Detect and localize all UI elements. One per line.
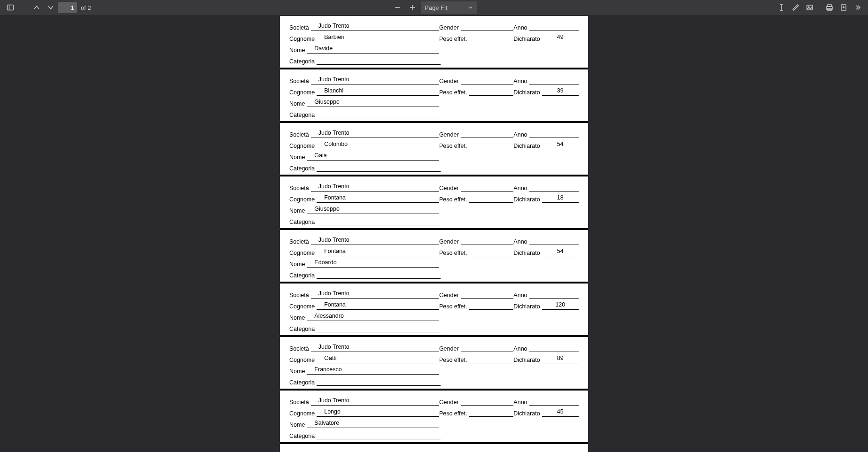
value-gender: [461, 130, 514, 138]
label-dichiarato: Dichiarato: [513, 410, 542, 417]
value-categoria: [317, 324, 441, 332]
value-nome: Giuseppe: [307, 99, 439, 107]
value-cognome: Fontana: [317, 248, 439, 256]
value-categoria: [317, 56, 441, 65]
value-cognome: Longo: [317, 408, 439, 417]
download-button[interactable]: [837, 1, 850, 14]
form-record: SocietàJudo TrentoCognomeGattiNomeFrance…: [280, 337, 588, 391]
svg-rect-0: [8, 5, 14, 10]
label-categoria: Categoria: [289, 219, 317, 225]
label-gender: Gender: [439, 399, 461, 406]
value-anno: [529, 183, 579, 192]
form-record: SocietàJudo TrentoCognomeFontanaNomeEdoa…: [280, 230, 588, 283]
label-gender: Gender: [439, 24, 461, 31]
value-dichiarato: 18: [542, 194, 579, 203]
document-viewport[interactable]: SocietàJudo TrentoCognomeBarbieriNomeDav…: [0, 15, 868, 452]
label-cognome: Cognome: [289, 250, 317, 256]
value-societa: Judo Trento: [311, 290, 439, 299]
draw-tool-button[interactable]: [789, 1, 802, 14]
value-cognome: Gatti: [317, 355, 439, 363]
label-anno: Anno: [513, 238, 529, 245]
pdf-page: SocietàJudo TrentoCognomeBarbieriNomeDav…: [280, 16, 588, 452]
value-peso: [469, 248, 513, 256]
value-gender: [461, 76, 514, 84]
label-anno: Anno: [513, 292, 529, 299]
value-categoria: [317, 163, 441, 172]
value-categoria: [317, 270, 441, 279]
label-anno: Anno: [513, 185, 529, 192]
label-nome: Nome: [289, 47, 307, 54]
label-categoria: Categoria: [289, 58, 317, 65]
value-nome: Alessandro: [307, 313, 439, 321]
label-societa: Società: [289, 131, 311, 138]
label-anno: Anno: [513, 24, 529, 31]
value-anno: [529, 290, 579, 299]
label-nome: Nome: [289, 100, 307, 107]
label-societa: Società: [289, 185, 311, 192]
value-societa: Judo Trento: [311, 76, 439, 84]
value-peso: [469, 408, 513, 417]
label-categoria: Categoria: [289, 165, 317, 172]
value-gender: [461, 344, 514, 352]
value-dichiarato: 45: [542, 408, 579, 417]
label-dichiarato: Dichiarato: [513, 36, 542, 42]
zoom-select[interactable]: Page Fit: [421, 1, 477, 14]
value-peso: [469, 34, 513, 42]
label-cognome: Cognome: [289, 357, 317, 363]
label-cognome: Cognome: [289, 89, 317, 96]
value-cognome: Bianchi: [317, 87, 439, 96]
value-peso: [469, 141, 513, 149]
label-nome: Nome: [289, 421, 307, 428]
value-dichiarato: 120: [542, 301, 579, 310]
value-dichiarato: 49: [542, 34, 579, 42]
value-societa: Judo Trento: [311, 23, 439, 31]
value-peso: [469, 87, 513, 96]
label-categoria: Categoria: [289, 112, 317, 118]
page-number-input[interactable]: [58, 2, 77, 13]
value-nome: Francesco: [307, 366, 439, 375]
value-nome: Salvatore: [307, 420, 439, 428]
value-cognome: Fontana: [317, 301, 439, 310]
label-gender: Gender: [439, 292, 461, 299]
value-anno: [529, 76, 579, 84]
zoom-select-label: Page Fit: [425, 4, 447, 11]
value-societa: Judo Trento: [311, 397, 439, 406]
label-peso: Peso effet.: [439, 143, 469, 149]
prev-page-button[interactable]: [30, 1, 43, 14]
label-societa: Società: [289, 24, 311, 31]
value-anno: [529, 397, 579, 406]
next-page-button[interactable]: [44, 1, 57, 14]
form-record: SocietàJudo TrentoCognomeBarbieriNomeDav…: [280, 16, 588, 69]
form-record: SocietàJudo TrentoCognomeBianchiNomeGius…: [280, 69, 588, 123]
value-categoria: [317, 110, 441, 118]
print-button[interactable]: [823, 1, 836, 14]
value-societa: Judo Trento: [311, 344, 439, 352]
value-nome: Giuseppe: [307, 206, 439, 214]
sidebar-toggle-button[interactable]: [4, 1, 17, 14]
tools-menu-button[interactable]: [851, 1, 864, 14]
label-anno: Anno: [513, 399, 529, 406]
label-gender: Gender: [439, 345, 461, 352]
value-peso: [469, 301, 513, 310]
label-gender: Gender: [439, 238, 461, 245]
label-dichiarato: Dichiarato: [513, 89, 542, 96]
value-nome: Gaia: [307, 152, 439, 161]
text-tool-button[interactable]: [775, 1, 788, 14]
zoom-in-button[interactable]: [406, 1, 419, 14]
label-dichiarato: Dichiarato: [513, 303, 542, 310]
label-dichiarato: Dichiarato: [513, 250, 542, 256]
value-gender: [461, 397, 514, 406]
label-societa: Società: [289, 292, 311, 299]
label-societa: Società: [289, 78, 311, 84]
value-anno: [529, 344, 579, 352]
label-cognome: Cognome: [289, 410, 317, 417]
label-categoria: Categoria: [289, 326, 317, 332]
zoom-out-button[interactable]: [391, 1, 404, 14]
label-cognome: Cognome: [289, 303, 317, 310]
value-categoria: [317, 377, 441, 386]
value-societa: Judo Trento: [311, 183, 439, 192]
form-record: SocietàJudo TrentoCognomeFontanaNomeAles…: [280, 283, 588, 337]
label-nome: Nome: [289, 154, 307, 161]
form-record: SocietàJudo TrentoCognomeColomboNomeGaia…: [280, 123, 588, 176]
image-tool-button[interactable]: [803, 1, 816, 14]
